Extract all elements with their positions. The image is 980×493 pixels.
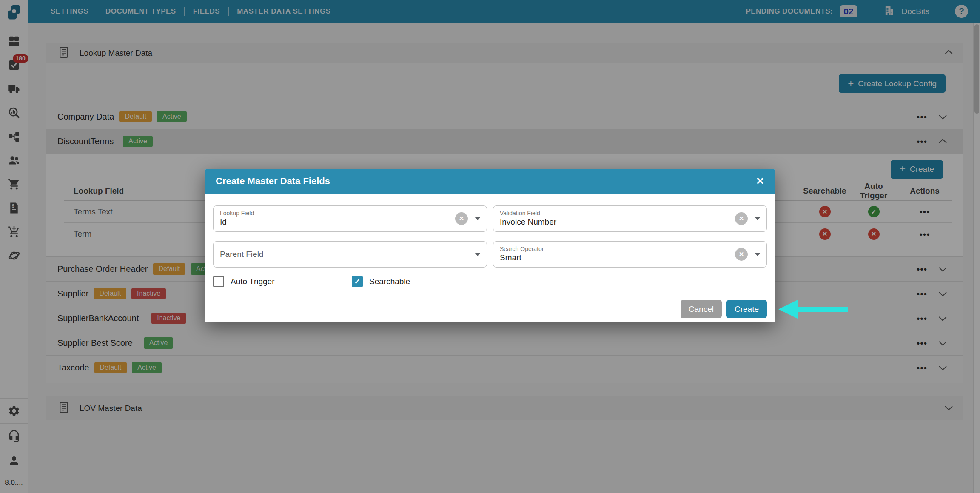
dropdown-caret-icon[interactable]	[755, 217, 761, 220]
clear-icon[interactable]: ✕	[735, 248, 748, 261]
app-screen: SETTINGS DOCUMENT TYPES FIELDS MASTER DA…	[0, 0, 980, 493]
checkbox-label: Searchable	[369, 277, 410, 286]
modal-header: Create Master Data Fields ✕	[205, 169, 775, 194]
clear-icon[interactable]: ✕	[455, 212, 468, 225]
field-value: Id	[220, 217, 440, 228]
auto-trigger-checkbox[interactable]	[213, 276, 224, 287]
checkbox-label: Auto Trigger	[231, 277, 275, 286]
dropdown-caret-icon[interactable]	[475, 253, 481, 256]
searchable-checkbox-item[interactable]: ✓ Searchable	[352, 276, 410, 287]
clear-icon[interactable]: ✕	[735, 212, 748, 225]
dropdown-caret-icon[interactable]	[755, 253, 761, 256]
field-value: Smart	[500, 253, 720, 263]
field-label: Search Operator	[500, 245, 720, 253]
field-label: Lookup Field	[220, 210, 440, 217]
field-placeholder: Parent Field	[220, 250, 440, 259]
modal-footer: Cancel Create	[681, 300, 767, 318]
parent-field-select[interactable]: Parent Field	[213, 241, 487, 268]
lookup-field-select[interactable]: Lookup Field Id ✕	[213, 205, 487, 232]
create-master-data-fields-modal: Create Master Data Fields ✕ Lookup Field…	[205, 169, 775, 322]
modal-title: Create Master Data Fields	[216, 176, 330, 187]
arrow-tail	[798, 307, 848, 312]
search-operator-select[interactable]: Search Operator Smart ✕	[493, 241, 767, 268]
auto-trigger-checkbox-item[interactable]: Auto Trigger	[213, 276, 352, 287]
close-icon[interactable]: ✕	[756, 176, 764, 186]
modal-checkbox-row: Auto Trigger ✓ Searchable	[205, 276, 775, 287]
arrow-head	[778, 299, 798, 319]
cancel-button[interactable]: Cancel	[681, 300, 722, 318]
searchable-checkbox[interactable]: ✓	[352, 276, 363, 287]
field-value: Invoice Number	[500, 217, 720, 228]
field-label: Validation Field	[500, 210, 720, 217]
modal-body: Lookup Field Id ✕ Validation Field Invoi…	[205, 194, 775, 268]
validation-field-select[interactable]: Validation Field Invoice Number ✕	[493, 205, 767, 232]
dropdown-caret-icon[interactable]	[475, 217, 481, 220]
create-button[interactable]: Create	[726, 300, 767, 318]
